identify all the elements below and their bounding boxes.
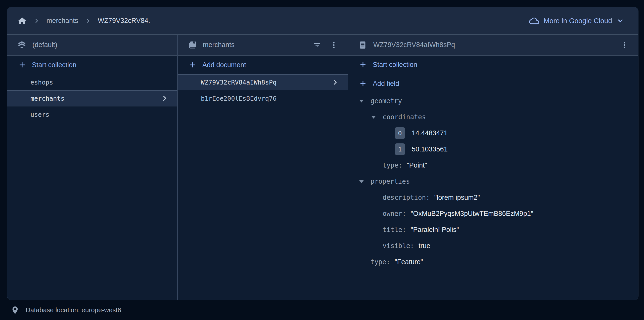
home-icon[interactable] xyxy=(17,16,27,26)
collection-name: merchants xyxy=(30,95,64,102)
document-panel-header: WZ79V32cRV84aIWh8sPq xyxy=(348,35,638,56)
document-id: WZ79V32cRV84aIWh8sPq xyxy=(201,79,277,86)
collection-name: eshops xyxy=(30,79,53,86)
field-key: properties xyxy=(371,178,410,185)
field-key: geometry xyxy=(371,97,402,105)
field-visible[interactable]: visible:true xyxy=(348,238,638,254)
field-tree: geometrycoordinates014.4483471150.103356… xyxy=(348,93,638,300)
documents-list: WZ79V32cRV84aIWh8sPqb1rEoe200lEsBEdvrq76 xyxy=(178,74,348,106)
field-value: 14.4483471 xyxy=(412,129,448,137)
documents-body: Add document WZ79V32cRV84aIWh8sPqb1rEoe2… xyxy=(178,56,348,300)
chevron-right-icon xyxy=(161,95,168,102)
field-key: title: xyxy=(383,226,406,233)
field-value: "Paralelní Polis" xyxy=(411,226,459,234)
add-document-button[interactable]: Add document xyxy=(178,56,348,74)
breadcrumb-bar: merchantsWZ79V32cRV84. More in Google Cl… xyxy=(7,7,638,35)
collections-list: eshopsmerchantsusers xyxy=(7,74,177,123)
more-in-google-cloud-button[interactable]: More in Google Cloud xyxy=(529,16,624,26)
field-value: true xyxy=(419,242,430,250)
start-collection-button[interactable]: Start collection xyxy=(348,56,638,74)
document-icon xyxy=(358,41,367,50)
array-index-badge: 0 xyxy=(395,127,405,139)
plus-icon xyxy=(359,80,367,87)
add-field-label: Add field xyxy=(373,80,399,88)
breadcrumb-separator-icon xyxy=(85,18,91,24)
collection-row-users[interactable]: users xyxy=(7,106,177,123)
location-pin-icon xyxy=(11,306,20,315)
document-row-b1rEoe200lEsBEdvrq76[interactable]: b1rEoe200lEsBEdvrq76 xyxy=(178,90,348,106)
database-title: (default) xyxy=(32,41,57,49)
chevron-right-icon xyxy=(332,79,339,86)
field-key: visible: xyxy=(383,242,414,250)
field-value: "Point" xyxy=(407,162,427,169)
field-key: type: xyxy=(371,258,390,266)
collections-panel: (default) Start collection eshopsmerchan… xyxy=(7,35,177,300)
document-title: WZ79V32cRV84aIWh8sPq xyxy=(373,41,455,49)
start-collection-label: Start collection xyxy=(32,61,76,69)
field-value: "OxMuB2PyqsM3pUtwTEmB86EzM9p1" xyxy=(411,210,533,218)
chevron-down-icon xyxy=(617,17,624,25)
filter-icon[interactable] xyxy=(312,40,323,50)
collection-icon xyxy=(188,41,197,50)
collapse-arrow-icon[interactable] xyxy=(359,100,364,102)
main-card: merchantsWZ79V32cRV84. More in Google Cl… xyxy=(7,7,638,300)
field-key: description: xyxy=(383,194,430,201)
footer: Database location: europe-west6 xyxy=(7,300,638,320)
document-id: b1rEoe200lEsBEdvrq76 xyxy=(201,95,277,102)
firestore-console: merchantsWZ79V32cRV84. More in Google Cl… xyxy=(0,0,644,320)
field-type[interactable]: type:"Feature" xyxy=(348,254,638,270)
plus-icon xyxy=(18,61,26,69)
field-type[interactable]: type:"Point" xyxy=(348,157,638,173)
collections-body: Start collection eshopsmerchantsusers xyxy=(7,56,177,300)
collection-panel-header: merchants xyxy=(178,35,348,56)
add-field-button[interactable]: Add field xyxy=(348,74,638,93)
array-item-1[interactable]: 150.1033561 xyxy=(348,141,638,157)
panels: (default) Start collection eshopsmerchan… xyxy=(7,35,638,300)
plus-icon xyxy=(189,61,196,69)
field-value: 50.1033561 xyxy=(412,145,448,153)
array-index-badge: 1 xyxy=(395,143,405,155)
breadcrumb-item-2: WZ79V32cRV84. xyxy=(98,17,150,25)
document-panel: WZ79V32cRV84aIWh8sPq Start collection xyxy=(348,35,638,300)
collection-name: users xyxy=(30,111,49,118)
document-body: Start collection Add field geometrycoord… xyxy=(348,56,638,300)
documents-panel: merchants Add document xyxy=(177,35,348,300)
field-owner[interactable]: owner:"OxMuB2PyqsM3pUtwTEmB86EzM9p1" xyxy=(348,206,638,222)
array-item-0[interactable]: 014.4483471 xyxy=(348,125,638,141)
breadcrumb-item-1[interactable]: merchants xyxy=(47,17,78,25)
more-vert-icon[interactable] xyxy=(329,40,339,50)
collapse-arrow-icon[interactable] xyxy=(371,116,376,118)
document-row-WZ79V32cRV84aIWh8sPq[interactable]: WZ79V32cRV84aIWh8sPq xyxy=(178,74,348,90)
add-document-label: Add document xyxy=(202,61,246,69)
breadcrumb-separator-icon xyxy=(33,18,40,24)
field-key: coordinates xyxy=(383,113,426,121)
field-map-coordinates[interactable]: coordinates xyxy=(348,109,638,125)
breadcrumb: merchantsWZ79V32cRV84. xyxy=(17,16,529,26)
database-location-text: Database location: europe-west6 xyxy=(26,306,121,314)
field-value: "lorem ipsum2" xyxy=(434,194,480,202)
more-vert-icon[interactable] xyxy=(619,40,630,50)
field-key: type: xyxy=(383,162,402,169)
field-value: "Feature" xyxy=(395,258,423,266)
collapse-arrow-icon[interactable] xyxy=(359,180,364,183)
collection-row-merchants[interactable]: merchants xyxy=(7,90,177,106)
cloud-icon xyxy=(529,16,539,26)
field-title[interactable]: title:"Paralelní Polis" xyxy=(348,222,638,238)
more-button-label: More in Google Cloud xyxy=(544,17,612,25)
start-collection-label: Start collection xyxy=(373,61,417,69)
field-map-geometry[interactable]: geometry xyxy=(348,93,638,109)
start-collection-button[interactable]: Start collection xyxy=(7,56,177,74)
collection-title: merchants xyxy=(203,41,235,49)
field-description[interactable]: description:"lorem ipsum2" xyxy=(348,189,638,206)
field-key: owner: xyxy=(383,210,406,217)
database-panel-header: (default) xyxy=(7,35,177,56)
database-icon xyxy=(17,41,26,50)
collection-row-eshops[interactable]: eshops xyxy=(7,74,177,90)
field-map-properties[interactable]: properties xyxy=(348,173,638,189)
plus-icon xyxy=(359,61,367,68)
